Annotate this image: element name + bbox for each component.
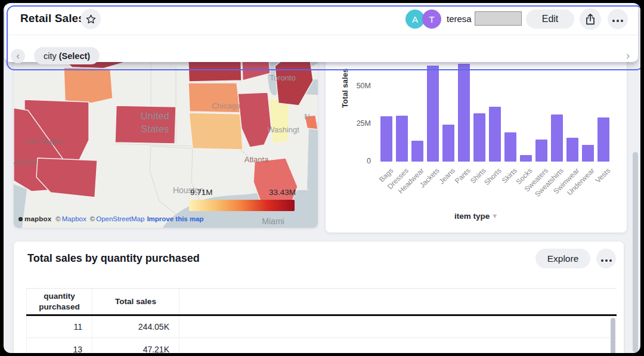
bar-sweaters[interactable] bbox=[535, 140, 547, 162]
bar-headwear[interactable] bbox=[411, 141, 423, 162]
bar-jeans[interactable] bbox=[442, 125, 454, 162]
table-cell-spacer bbox=[179, 338, 617, 354]
map-legend-gradient bbox=[189, 200, 295, 211]
chevron-down-icon: ▼ bbox=[491, 212, 498, 219]
table-cell: 244.05K bbox=[92, 315, 179, 338]
table-row[interactable]: 11244.05K bbox=[27, 315, 617, 338]
state-indiana[interactable] bbox=[269, 98, 289, 144]
bar-jackets[interactable] bbox=[427, 66, 439, 162]
ellipsis-icon bbox=[612, 14, 624, 24]
app-window: Toronto Chicago United States N Washingt… bbox=[4, 3, 640, 353]
copyright-glyph: © bbox=[90, 215, 95, 222]
filter-chip-city[interactable]: city (Select) bbox=[34, 47, 100, 64]
table-cell: 47.21K bbox=[92, 338, 179, 354]
state-oregon[interactable] bbox=[64, 67, 113, 103]
header-title-row: Retail Sales A T teresa Edit bbox=[5, 4, 638, 35]
column-header-quantity-purchased[interactable]: quantity purchased bbox=[27, 289, 92, 315]
dashboard-header: Retail Sales A T teresa Edit bbox=[5, 4, 638, 62]
us-choropleth-map[interactable]: Toronto Chicago United States N Washingt… bbox=[14, 39, 318, 228]
sales-table: quantity purchased Total sales 11244.05K… bbox=[26, 288, 617, 353]
mapbox-link[interactable]: Mapbox bbox=[62, 215, 86, 222]
table-card-title: Total sales by quantity purchased bbox=[27, 252, 200, 265]
openstreetmap-link[interactable]: OpenStreetMap bbox=[96, 215, 144, 222]
share-button[interactable] bbox=[580, 8, 601, 30]
table-cell: 11 bbox=[27, 315, 92, 338]
ellipsis-icon bbox=[600, 253, 612, 264]
username-label: teresa bbox=[447, 14, 472, 24]
table-cell-spacer bbox=[179, 315, 617, 338]
state-missouri[interactable] bbox=[189, 113, 243, 150]
avatar-initial: A bbox=[412, 14, 418, 24]
column-header-total-sales[interactable]: Total sales bbox=[92, 289, 179, 315]
map-label-washington-dc: Washingt bbox=[267, 125, 299, 134]
x-axis-title-label: item type bbox=[454, 212, 490, 221]
table-cell: 13 bbox=[27, 338, 92, 354]
card-more-button[interactable] bbox=[596, 249, 616, 268]
mapbox-logo-word: mapbox bbox=[24, 215, 51, 222]
page-scrollbar-thumb[interactable] bbox=[633, 152, 638, 352]
bar-chart-card: Total sales 50M 25M 0 BagsDressesHeadwea… bbox=[326, 39, 627, 233]
x-tick-shorts: Shorts bbox=[482, 166, 503, 187]
bar-bags[interactable] bbox=[380, 116, 392, 162]
x-tick-jeans: Jeans bbox=[437, 166, 457, 186]
header-more-button[interactable] bbox=[608, 9, 628, 29]
x-axis-title-dropdown[interactable]: item type▼ bbox=[326, 212, 627, 221]
edit-button[interactable]: Edit bbox=[526, 10, 574, 29]
explore-button[interactable]: Explore bbox=[535, 249, 590, 268]
map-label-toronto: Toronto bbox=[270, 73, 295, 82]
bar-sweatshirts[interactable] bbox=[551, 114, 563, 162]
column-header-spacer bbox=[179, 289, 617, 315]
map-legend-max: 33.43M bbox=[269, 188, 296, 197]
y-tick-25m: 25M bbox=[342, 119, 371, 128]
favorite-button[interactable] bbox=[80, 9, 101, 29]
bar-shirts[interactable] bbox=[473, 113, 485, 162]
map-attribution: mapbox © Mapbox © OpenStreetMap Improve … bbox=[18, 215, 206, 222]
filters-scroll-right-button[interactable]: › bbox=[626, 49, 630, 62]
avatar-t[interactable]: T bbox=[422, 10, 441, 29]
map-label-los-angeles: Angeles bbox=[14, 157, 37, 166]
filter-field-label: city bbox=[44, 51, 57, 61]
table-header-row: quantity purchased Total sales bbox=[27, 289, 617, 315]
screenshot-root: Toronto Chicago United States N Washingt… bbox=[0, 0, 644, 356]
bar-swimwear[interactable] bbox=[566, 138, 578, 162]
bar-vests[interactable] bbox=[597, 117, 609, 162]
y-tick-50m: 50M bbox=[342, 82, 371, 90]
bar-shorts[interactable] bbox=[489, 107, 501, 162]
avatar-initial: T bbox=[429, 14, 434, 24]
table-scrollbar-thumb[interactable] bbox=[611, 318, 615, 353]
x-tick-pants: Pants bbox=[453, 166, 472, 185]
improve-map-link[interactable]: Improve this map bbox=[147, 215, 203, 222]
map-label-newyork: N bbox=[304, 112, 309, 121]
bar-pants[interactable] bbox=[458, 64, 470, 162]
x-axis-tick-labels: BagsDressesHeadwearJacketsJeansPantsShir… bbox=[379, 164, 612, 206]
map-label-las-vegas: Las Vegas bbox=[26, 137, 63, 146]
bar-skirts[interactable] bbox=[504, 132, 516, 162]
bar-socks[interactable] bbox=[520, 155, 532, 162]
filter-bar: ‹ city (Select) › bbox=[5, 35, 638, 62]
map-label-chicago: Chicago bbox=[212, 101, 240, 110]
filter-mode-label: (Select) bbox=[59, 51, 90, 61]
copyright-glyph: © bbox=[55, 215, 60, 222]
map-legend-min: 9.71M bbox=[190, 188, 213, 197]
map-label-atlanta: Atlanta bbox=[244, 155, 268, 164]
bar-underwear[interactable] bbox=[582, 145, 594, 162]
y-tick-0: 0 bbox=[342, 157, 371, 165]
filters-scroll-left-button[interactable]: ‹ bbox=[11, 49, 25, 63]
map-card: Toronto Chicago United States N Washingt… bbox=[14, 39, 318, 228]
map-label-country-2: States bbox=[141, 124, 169, 135]
share-icon bbox=[584, 13, 596, 26]
star-icon bbox=[85, 14, 97, 25]
map-label-miami: Miami bbox=[262, 216, 284, 226]
chevron-left-icon: ‹ bbox=[16, 51, 20, 61]
bar-dresses[interactable] bbox=[396, 116, 408, 162]
table-body: 11244.05K1347.21K bbox=[27, 315, 617, 354]
mapbox-logo-icon bbox=[18, 217, 23, 221]
table-card: Total sales by quantity purchased Explor… bbox=[14, 242, 624, 353]
x-tick-vests: Vests bbox=[593, 166, 612, 185]
redacted-username-block bbox=[475, 11, 522, 26]
map-label-country-1: United bbox=[141, 111, 169, 122]
table-row[interactable]: 1347.21K bbox=[27, 338, 617, 354]
dashboard-title: Retail Sales bbox=[20, 12, 85, 25]
